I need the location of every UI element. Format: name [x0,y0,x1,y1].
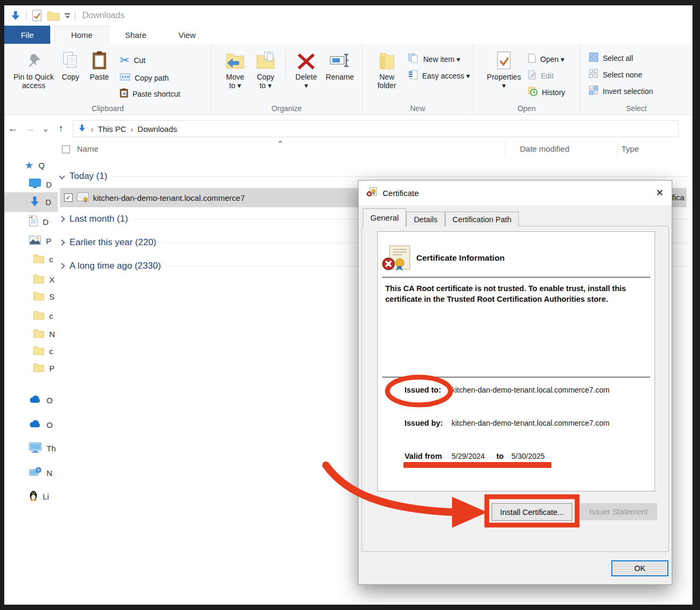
tab-general[interactable]: General [363,208,406,226]
breadcrumb-separator: › [130,124,133,134]
back-button[interactable]: ← [4,123,21,135]
sidebar-item-pictures[interactable]: P [4,233,58,249]
sidebar-item-downloads[interactable]: D [4,192,58,212]
install-certificate-button[interactable]: Install Certificate... [492,503,572,521]
new-folder-qat-icon[interactable] [47,10,60,21]
properties-qat-icon[interactable] [32,10,42,21]
file-name: kitchen-dan-demo-tenant.local.commerce7 [93,193,245,202]
close-icon[interactable]: ✕ [656,187,664,199]
invert-selection-button[interactable]: Invert selection [589,85,653,97]
open-button[interactable]: Open ▾ [528,53,565,65]
pictures-icon [29,236,41,247]
row-checkbox-checked[interactable]: ✓ [64,193,73,202]
sidebar-item-quick-access[interactable]: ★Q [4,157,58,173]
cut-button[interactable]: ✂ Cut [120,53,181,67]
address-box[interactable]: › This PC › Downloads [73,120,679,137]
column-header-name[interactable]: Name [77,144,98,153]
issued-to-label: Issued to: [405,386,441,394]
tab-details[interactable]: Details [406,212,445,226]
valid-to-word: to [496,452,504,460]
certificate-dialog: Certificate ✕ General Details Certificat… [358,180,672,585]
breadcrumb-downloads[interactable]: Downloads [137,124,177,134]
sidebar-item-onedrive[interactable]: O [4,417,58,433]
ok-button[interactable]: OK [611,560,668,576]
copy-path-button[interactable]: Copy path [120,73,181,83]
network-icon [29,467,42,479]
select-all-checkbox[interactable] [62,145,70,153]
new-folder-button[interactable]: New folder [372,48,402,90]
rename-button[interactable]: Rename [322,48,357,90]
copy-to-button[interactable]: Copy to ▾ [250,48,281,90]
column-header-date-modified[interactable]: Date modified [520,144,570,153]
copy-to-icon [256,48,275,73]
sidebar-item-documents[interactable]: D [4,214,58,230]
column-divider[interactable] [617,142,618,158]
properties-button[interactable]: Properties ▾ [485,48,523,98]
recent-locations-dropdown[interactable] [38,124,52,134]
tab-certification-path[interactable]: Certification Path [445,212,519,226]
group-label-organize: Organize [212,104,362,113]
sidebar-item-folder[interactable]: c [4,251,58,267]
copy-icon [62,48,79,73]
column-divider[interactable] [505,142,505,158]
chevron-right-icon [59,239,65,245]
paste-shortcut-button[interactable]: Paste shortcut [120,88,181,99]
sidebar-item-onedrive[interactable]: O [4,392,58,408]
column-header-row: Name Date modified Type [58,142,693,159]
validity-row: Valid from 5/29/2024 to 5/30/2025 [378,452,655,464]
easy-access-icon [408,70,418,81]
group-rule [113,176,687,177]
select-none-icon [589,69,598,80]
sidebar-item-network[interactable]: N [4,465,58,481]
dialog-title-bar[interactable]: Certificate ✕ [359,181,672,205]
column-header-type[interactable]: Type [621,144,639,153]
pushpin-icon [26,48,42,73]
sidebar-item-folder[interactable]: X [4,271,58,287]
tab-share[interactable]: Share [109,26,162,44]
sidebar-item-linux[interactable]: Li [4,488,58,504]
valid-to-date: 5/30/2025 [511,452,545,460]
issued-by-value: kitchen-dan-demo-tenant.local.commerce7.… [452,419,610,427]
up-button[interactable]: ↑ [52,123,69,135]
certificate-dialog-icon [367,187,377,199]
sidebar-item-folder[interactable]: S [4,288,58,304]
onedrive-cloud-icon [29,420,42,430]
sidebar-item-desktop[interactable]: D [4,176,58,192]
customize-toolbar-icon[interactable] [65,13,70,18]
history-icon [528,87,538,98]
certificate-information-heading: Certificate Information [416,253,504,263]
issuer-statement-button[interactable]: Issuer Statement [580,503,657,520]
tab-view[interactable]: View [162,26,212,44]
sidebar-item-folder[interactable]: N [4,326,58,342]
new-item-button[interactable]: New item ▾ [408,53,470,65]
group-label-new: New [362,104,473,113]
quick-access-toolbar: Downloads [4,5,693,26]
pin-to-quick-access-button[interactable]: Pin to Quick access [11,48,57,99]
select-all-button[interactable]: Select all [589,52,653,64]
sidebar-item-folder[interactable]: c [4,343,58,359]
easy-access-button[interactable]: Easy access ▾ [408,70,470,81]
tab-file[interactable]: File [4,26,50,44]
this-pc-icon [29,442,42,455]
forward-button[interactable]: → [21,123,38,135]
sidebar-item-folder[interactable]: P [4,360,58,376]
move-to-button[interactable]: Move to ▾ [220,48,250,90]
select-none-button[interactable]: Select none [589,69,653,80]
edit-button[interactable]: Edit [528,70,565,81]
tab-home[interactable]: Home [55,26,109,44]
sidebar-item-this-pc[interactable]: Th [4,440,58,456]
select-all-icon [589,52,598,64]
history-button[interactable]: History [528,87,565,98]
sidebar-item-folder[interactable]: c [4,308,58,324]
divider [382,277,650,278]
breadcrumb-this-pc[interactable]: This PC [98,124,126,134]
folder-icon [33,254,44,265]
sort-ascending-icon[interactable] [278,140,282,144]
ribbon-tab-strip: File Home Share View [4,26,693,44]
scissors-icon: ✂ [120,53,129,67]
delete-button[interactable]: Delete ▾ [290,48,322,90]
valid-from-date: 5/29/2024 [452,452,485,460]
copy-button[interactable]: Copy [57,48,84,99]
paste-button[interactable]: Paste [84,48,114,99]
linux-penguin-icon [29,490,38,503]
